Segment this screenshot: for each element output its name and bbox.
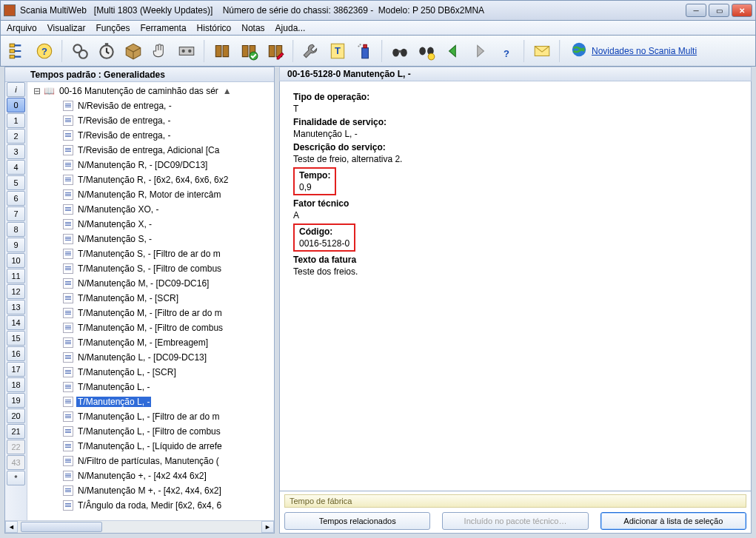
globe-icon — [571, 41, 587, 60]
num-button-15[interactable]: 15 — [7, 331, 25, 346]
add-selection-button[interactable]: Adicionar à lista de seleção — [601, 512, 746, 530]
tool-wrench-icon[interactable] — [298, 38, 324, 64]
close-button[interactable]: ✕ — [732, 4, 752, 17]
num-button-1[interactable]: 1 — [7, 113, 25, 128]
menu-notas[interactable]: Notas — [241, 23, 264, 33]
num-button-17[interactable]: 17 — [7, 362, 25, 377]
num-button-7[interactable]: 7 — [7, 206, 25, 221]
num-button-2[interactable]: 2 — [7, 129, 25, 144]
toolbar: ? T ? Novidades no Scania Multi — [0, 36, 756, 67]
tree-item[interactable]: N/Revisão de entrega, - — [33, 98, 274, 113]
tool-back-icon[interactable] — [441, 38, 466, 64]
num-button-6[interactable]: 6 — [7, 191, 25, 206]
num-button-14[interactable]: 14 — [7, 315, 25, 330]
tree-item[interactable]: T/Manutenção M, - [Filtro de combus — [33, 320, 274, 335]
horizontal-scrollbar[interactable]: ◄ ► — [5, 520, 274, 533]
tool-binoculars-add-icon[interactable] — [414, 38, 439, 64]
included-package-button[interactable]: Incluído no pacote técnico… — [442, 512, 588, 530]
tool-spray-icon[interactable] — [352, 38, 377, 64]
num-button-5[interactable]: 5 — [7, 175, 25, 190]
num-button-18[interactable]: 18 — [7, 377, 25, 392]
tool-binoculars-icon[interactable] — [387, 38, 412, 64]
related-times-button[interactable]: Tempos relacionados — [284, 512, 430, 530]
menu-visualizar[interactable]: Visualizar — [47, 23, 86, 33]
tree-item[interactable]: T/Manutenção L, - [Filtro de ar do m — [33, 409, 274, 424]
num-button-3[interactable]: 3 — [7, 144, 25, 159]
svg-text:?: ? — [41, 46, 47, 57]
num-button-22[interactable]: 22 — [7, 440, 25, 454]
tree-item[interactable]: N/Filtro de partículas, Manutenção ( — [33, 454, 274, 468]
tree-item[interactable]: T/Manutenção M, - [Embreagem] — [33, 335, 274, 350]
tree-item[interactable]: N/Manutenção R, Motor de intercâm — [33, 187, 274, 202]
tree-item[interactable]: N/Manutenção R, - [DC09/DC13] — [33, 158, 274, 172]
num-button-20[interactable]: 20 — [7, 408, 25, 423]
tool-info-icon[interactable]: ? — [32, 38, 57, 64]
num-button-21[interactable]: 21 — [7, 424, 25, 439]
num-button-*[interactable]: * — [7, 471, 25, 485]
tool-gears-icon[interactable] — [67, 38, 93, 64]
tree-item[interactable]: T/Revisão de entrega, Adicional [Ca — [33, 143, 274, 158]
tree-item[interactable]: T/Revisão de entrega, - — [33, 113, 274, 128]
tree-item[interactable]: T/Manutenção L, - — [33, 394, 274, 409]
tree-item[interactable]: T/Manutenção M, - [Filtro de ar do m — [33, 306, 274, 320]
tree-item[interactable]: T/Manutenção M, - [SCR] — [33, 291, 274, 306]
tree-item[interactable]: N/Manutenção M +, - [4x2, 4x4, 6x2] — [33, 483, 274, 498]
tree-item[interactable]: T/Manutenção L, - — [33, 380, 274, 394]
tool-book1-icon[interactable] — [210, 38, 235, 64]
tree-item[interactable]: N/Manutenção +, - [4x2 4x4 6x2] — [33, 468, 274, 483]
tree-item[interactable]: N/Manutenção X, - — [33, 217, 274, 232]
num-button-43[interactable]: 43 — [7, 455, 25, 470]
tool-book-edit-icon[interactable] — [263, 38, 288, 64]
tree-item[interactable]: T/Ângulo da roda, Medir [6x2, 6x4, 6 — [33, 498, 274, 513]
tool-note-icon[interactable]: T — [325, 38, 350, 64]
scroll-thumb[interactable] — [21, 522, 102, 532]
code-label: Código: — [299, 226, 349, 237]
scroll-left-icon[interactable]: ◄ — [5, 521, 18, 533]
news-link[interactable]: Novidades no Scania Multi — [592, 46, 697, 56]
page-icon — [63, 367, 73, 377]
tree-item[interactable]: T/Manutenção S, - [Filtro de ar do m — [33, 246, 274, 261]
minimize-button[interactable]: ─ — [686, 4, 706, 17]
num-button-16[interactable]: 16 — [7, 346, 25, 361]
tree-item[interactable]: T/Manutenção L, - [Líquido de arrefe — [33, 439, 274, 454]
tool-clock-icon[interactable] — [94, 38, 119, 64]
tree-item[interactable]: N/Manutenção L, - [DC09-DC13] — [33, 350, 274, 365]
tool-hand-icon[interactable] — [147, 38, 173, 64]
tool-package-icon[interactable] — [121, 38, 146, 64]
page-icon — [63, 249, 73, 259]
menu-arquivo[interactable]: Arquivo — [7, 23, 37, 33]
tree-item[interactable]: N/Manutenção M, - [DC09-DC16] — [33, 276, 274, 291]
menu-ferramenta[interactable]: Ferramenta — [141, 23, 187, 33]
tree-root[interactable]: ⊟ 📖 00-16 Manutenção de caminhão das sér… — [33, 84, 274, 98]
num-button-9[interactable]: 9 — [7, 238, 25, 252]
num-button-0[interactable]: 0 — [7, 98, 25, 112]
menu-historico[interactable]: Histórico — [197, 23, 232, 33]
num-button-12[interactable]: 12 — [7, 284, 25, 299]
num-button-13[interactable]: 13 — [7, 300, 25, 315]
menu-ajuda[interactable]: Ajuda... — [275, 23, 306, 33]
tree-item[interactable]: T/Manutenção L, - [SCR] — [33, 365, 274, 380]
tree-item[interactable]: T/Manutenção L, - [Filtro de combus — [33, 424, 274, 439]
tool-parts-icon[interactable] — [174, 38, 199, 64]
tool-tree-icon[interactable] — [5, 38, 30, 64]
tool-book2-icon[interactable] — [236, 38, 261, 64]
tree-item[interactable]: T/Revisão de entrega, - — [33, 128, 274, 143]
tree-item[interactable]: T/Manutenção R, - [6x2, 6x4, 6x6, 6x2 — [33, 172, 274, 187]
tree-item[interactable]: N/Manutenção XO, - — [33, 202, 274, 217]
menu-funcoes[interactable]: Funções — [96, 23, 130, 33]
num-button-8[interactable]: 8 — [7, 222, 25, 237]
maximize-button[interactable]: ▭ — [709, 4, 729, 17]
num-button-19[interactable]: 19 — [7, 393, 25, 408]
tree-view[interactable]: ⊟ 📖 00-16 Manutenção de caminhão das sér… — [27, 82, 274, 520]
scroll-right-icon[interactable]: ► — [261, 521, 274, 533]
tool-mail-icon[interactable] — [529, 38, 555, 64]
num-button-i[interactable]: i — [7, 82, 25, 97]
tree-item[interactable]: T/Manutenção S, - [Filtro de combus — [33, 261, 274, 276]
tool-forward-icon[interactable] — [467, 38, 492, 64]
num-button-4[interactable]: 4 — [7, 160, 25, 175]
num-button-10[interactable]: 10 — [7, 253, 25, 268]
tool-help-icon[interactable]: ? — [494, 38, 519, 64]
num-button-11[interactable]: 11 — [7, 269, 25, 283]
tree-item[interactable]: N/Manutenção S, - — [33, 232, 274, 246]
finality-label: Finalidade de serviço: — [293, 117, 737, 127]
